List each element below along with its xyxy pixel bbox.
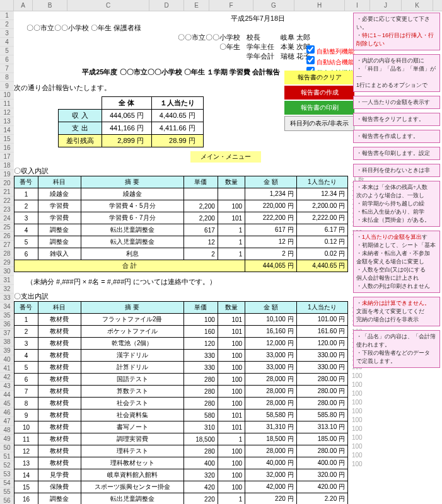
- table-row: 15保険費スポーツ振興センター掛金42010042,000 円420.00 円: [15, 481, 348, 493]
- table-row: 2学習費学習費 4・5月分2,200100220,000 円2,200.00 円: [15, 200, 348, 212]
- table-row: 7教材費算数テスト28010028,000 円280.00 円: [15, 386, 348, 398]
- table-row: 12教材費理科テスト28010028,000 円280.00 円: [15, 445, 348, 457]
- btn-main-menu[interactable]: メイン・メニュー: [190, 151, 261, 163]
- expense-section-title: 〇支出内訳: [14, 292, 348, 301]
- table-row: 3教材費乾電池（2個）12010012,000 円120.00 円: [15, 338, 348, 350]
- table-row: 6教材費国語テスト28010028,000 円280.00 円: [15, 374, 348, 386]
- school-name: 〇〇市立〇〇小学校: [178, 33, 240, 42]
- table-row: 3学習費学習費 6・7月分2,200101222,200 円2,222.00 円: [15, 212, 348, 224]
- chk-auto-sort: [306, 45, 315, 54]
- pending-note: （未納分 #,###円 × #名 = #,###円 については連絡中です。）: [26, 277, 335, 287]
- income-section-title: 〇収入内訳: [14, 166, 348, 176]
- table-row: 5教材費計算ドリル33010033,000 円330.00 円: [15, 362, 348, 374]
- report-date: 平成25年7月18日: [14, 14, 348, 23]
- row-numbers: 1234567891011121314151617181920212223242…: [0, 11, 14, 504]
- table-row: 13教材費理科教材セット40010040,000 円400.00 円: [15, 457, 348, 469]
- table-row: 10教材費書写ノート31010131,310 円313.10 円: [15, 421, 348, 433]
- grade: 〇年生: [178, 42, 240, 52]
- btn-clear-report[interactable]: 報告書のクリア: [284, 71, 354, 84]
- table-row: 11教材費調理実習費18,500118,500 円185.00 円: [15, 433, 348, 445]
- expense-table: 番号科目摘 要単価数量金 額1人当たり1教材費フラットファイル2冊1001011…: [14, 301, 348, 504]
- table-row: 5調整金転入児童調整金12112 円0.12 円: [15, 236, 348, 248]
- chk-auto-combine: [306, 56, 315, 64]
- addressee: 〇〇市立〇〇小学校 〇年生 保護者様: [26, 23, 348, 33]
- table-row: 2教材費ポケットファイル16010116,160 円161.60 円: [15, 326, 348, 338]
- side-callouts: ・必要に応じて変更して下さい。・特に1～16行目は行挿入・行削除しない・内訳の内…: [353, 13, 440, 372]
- table-row: 16調整金転出児童調整金2201220 円2.20 円: [15, 493, 348, 505]
- table-row: 9教材費社会資料集58010158,580 円585.80 円: [15, 410, 348, 421]
- income-table: 番号科目摘 要単価数量金 額1人当たり1繰越金繰越金1,234 円12.34 円…: [14, 176, 348, 272]
- table-row: 8教材費社会テスト28010028,000 円280.00 円: [15, 398, 348, 410]
- column-headers: A B C D E F G H I J K: [0, 0, 442, 11]
- btn-toggle-subject[interactable]: 科目列の表示/非表示: [284, 116, 354, 131]
- btn-create-report[interactable]: 報告書の作成: [284, 86, 354, 100]
- table-row: 4教材費漢字ドリル33010033,000 円330.00 円: [15, 350, 348, 362]
- summary-table: 全 体１人当たり 収 入444,065 円4,440.65 円 支 出441,1…: [58, 96, 204, 147]
- table-row: 1繰越金繰越金1,234 円12.34 円: [15, 188, 348, 200]
- table-row: 14見学費岐阜資料館入館料32010032,000 円320.00 円: [15, 469, 348, 481]
- table-row: 1教材費フラットファイル2冊10010110,100 円101.00 円: [15, 314, 348, 326]
- table-row: 4調整金転出児童調整金6171617 円6.17 円: [15, 224, 348, 236]
- btn-print-report[interactable]: 報告書の印刷: [284, 101, 354, 115]
- table-row: 6雑収入利息212 円0.02 円: [15, 248, 348, 260]
